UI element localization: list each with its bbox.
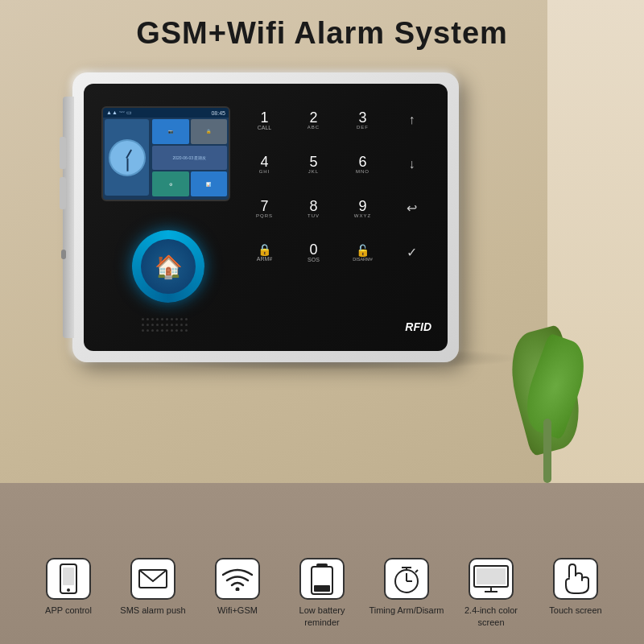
lcd-tile-2[interactable]: 🔒 xyxy=(191,119,228,144)
plant-decoration xyxy=(515,338,580,483)
speaker-dot xyxy=(171,318,173,320)
monitor-icon xyxy=(473,565,509,592)
key-8[interactable]: 8 TUV xyxy=(291,188,336,229)
key-arm[interactable]: 🔒 ARM# xyxy=(242,232,287,273)
speaker-row-1 xyxy=(142,318,188,320)
key-confirm[interactable]: ✓ xyxy=(389,232,435,273)
timing-label: Timing Arm/Disarm xyxy=(369,605,444,616)
app-control-icon-box xyxy=(46,558,91,600)
feature-wifi-gsm: Wifi+GSM xyxy=(200,558,276,628)
key-down[interactable]: ↓ xyxy=(389,144,435,185)
speaker-dot xyxy=(161,324,163,326)
side-button-1[interactable] xyxy=(60,137,66,169)
speaker-dot xyxy=(180,329,183,332)
clock-hour-hand xyxy=(126,149,132,158)
speaker-row-3 xyxy=(142,329,188,332)
speaker-dot xyxy=(147,324,149,326)
lcd-clock-area xyxy=(105,119,149,196)
key-4[interactable]: 4 GHI xyxy=(242,144,287,185)
speaker-row-2 xyxy=(142,324,188,326)
sms-alarm-icon-box xyxy=(130,558,175,600)
plant-stem xyxy=(543,419,551,483)
signal-icon: ▲▲ xyxy=(106,109,118,116)
feature-app-control: APP control xyxy=(31,558,107,628)
lcd-time-display: 08:45 xyxy=(211,110,225,116)
sms-alarm-label: SMS alarm push xyxy=(120,605,185,616)
touch-screen-icon-box xyxy=(553,558,598,600)
speaker-dot xyxy=(151,318,154,320)
speaker-dot xyxy=(175,318,178,320)
speaker-dot xyxy=(147,329,149,332)
svg-line-13 xyxy=(415,570,418,572)
lcd-signal-icons: ▲▲ 〰 ▭ xyxy=(106,109,132,116)
feature-battery: Low battery reminder xyxy=(284,558,361,628)
key-6[interactable]: 6 MNO xyxy=(340,144,386,185)
device-shell: ▲▲ 〰 ▭ 08:45 xyxy=(72,72,459,362)
speaker-dot xyxy=(185,329,188,332)
key-5[interactable]: 5 JKL xyxy=(291,144,336,185)
timer-icon xyxy=(391,564,422,594)
speaker-dot xyxy=(185,318,188,320)
rfid-label: RFID xyxy=(405,320,431,333)
lcd-tile-3[interactable]: ⚙ xyxy=(152,171,189,196)
lcd-date-tile: 2020-06-03 星期友 xyxy=(152,146,227,171)
key-2[interactable]: 2 ABC xyxy=(291,100,336,141)
speaker-dot xyxy=(171,329,173,332)
features-bar: APP control SMS alarm push Wifi+GSM xyxy=(0,558,644,628)
speaker-dot xyxy=(156,324,159,326)
svg-point-2 xyxy=(67,588,70,592)
speaker-dot xyxy=(166,318,168,320)
svg-point-4 xyxy=(236,588,240,592)
wifi-gsm-icon-box xyxy=(215,558,260,600)
app-control-label: APP control xyxy=(45,605,92,616)
speaker-dot xyxy=(142,329,144,332)
clock-face xyxy=(109,139,146,176)
svg-rect-15 xyxy=(477,568,506,584)
speaker-dot xyxy=(142,318,144,320)
speaker-dot xyxy=(180,324,183,326)
key-back[interactable]: ↩ xyxy=(389,188,435,229)
battery-icon-box xyxy=(299,558,345,600)
speaker-dot xyxy=(175,324,178,326)
home-button-area[interactable]: 🏠 xyxy=(132,230,204,303)
speaker-dot xyxy=(161,329,163,332)
speaker-dot xyxy=(171,324,173,326)
speaker-dot xyxy=(185,324,188,326)
svg-rect-7 xyxy=(314,585,330,592)
speaker-dot xyxy=(151,329,154,332)
wifi-icon xyxy=(222,567,253,591)
envelope-icon xyxy=(138,568,167,590)
speaker-dot xyxy=(180,318,183,320)
speaker-dot xyxy=(156,318,159,320)
page-title: GSM+Wifi Alarm System xyxy=(0,16,644,51)
alarm-device: ▲▲ 〰 ▭ 08:45 xyxy=(72,72,459,362)
wifi-gsm-label: Wifi+GSM xyxy=(217,605,258,616)
key-disarm[interactable]: 🔓 DISARM# xyxy=(340,232,386,273)
key-9[interactable]: 9 WXYZ xyxy=(340,188,386,229)
key-0[interactable]: 0 SOS xyxy=(291,232,336,273)
color-screen-label: 2.4-inch color screen xyxy=(453,605,530,628)
color-screen-icon-box xyxy=(469,558,514,600)
feature-color-screen: 2.4-inch color screen xyxy=(453,558,530,628)
device-front-panel: ▲▲ 〰 ▭ 08:45 xyxy=(84,84,448,351)
speaker-dot xyxy=(156,329,159,332)
wifi-icon: 〰 xyxy=(119,109,125,116)
speaker-dot xyxy=(147,318,149,320)
lcd-tile-1[interactable]: 📷 xyxy=(152,119,189,144)
speaker-dot xyxy=(166,329,168,332)
device-side-left xyxy=(63,97,74,338)
key-up[interactable]: ↑ xyxy=(389,100,435,141)
svg-rect-1 xyxy=(63,568,74,585)
key-7[interactable]: 7 PQRS xyxy=(242,188,287,229)
speaker-dot xyxy=(175,329,178,332)
key-1[interactable]: 1 CALL xyxy=(242,100,287,141)
phone-icon xyxy=(57,564,80,594)
timing-icon-box xyxy=(384,558,429,600)
lcd-tile-4[interactable]: 📊 xyxy=(191,171,228,196)
key-3[interactable]: 3 DEF xyxy=(340,100,386,141)
side-button-2[interactable] xyxy=(60,177,66,209)
speaker-grill xyxy=(100,312,229,336)
speaker-dot xyxy=(142,324,144,326)
lcd-tile-grid: 📷 🔒 2020-06-03 星期友 ⚙ 📊 xyxy=(151,118,229,198)
home-icon: 🏠 xyxy=(155,254,183,280)
